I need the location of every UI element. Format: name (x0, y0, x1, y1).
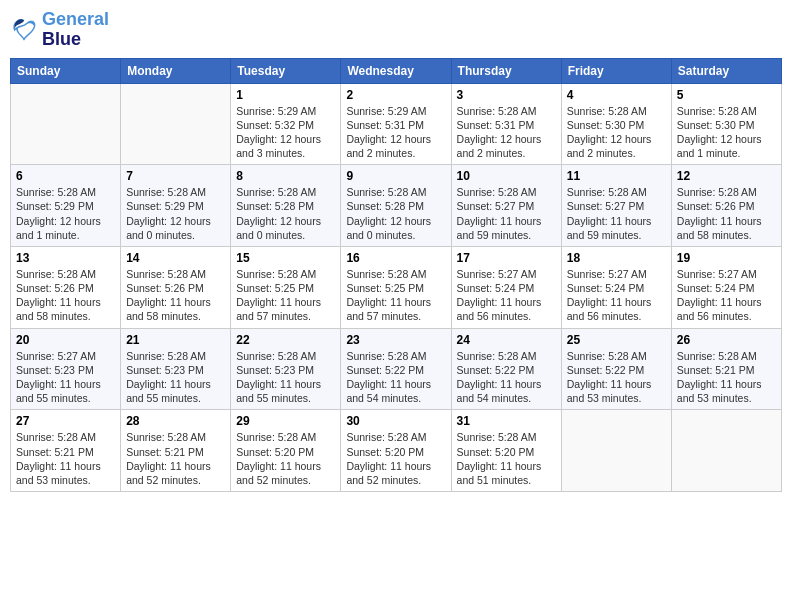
day-info: Sunrise: 5:27 AM Sunset: 5:24 PM Dayligh… (457, 267, 556, 324)
calendar-cell: 23Sunrise: 5:28 AM Sunset: 5:22 PM Dayli… (341, 328, 451, 410)
column-header-sunday: Sunday (11, 58, 121, 83)
day-info: Sunrise: 5:28 AM Sunset: 5:21 PM Dayligh… (677, 349, 776, 406)
calendar-week-1: 1Sunrise: 5:29 AM Sunset: 5:32 PM Daylig… (11, 83, 782, 165)
day-number: 1 (236, 88, 335, 102)
day-info: Sunrise: 5:28 AM Sunset: 5:26 PM Dayligh… (16, 267, 115, 324)
day-info: Sunrise: 5:28 AM Sunset: 5:20 PM Dayligh… (236, 430, 335, 487)
calendar-cell (561, 410, 671, 492)
calendar-cell: 7Sunrise: 5:28 AM Sunset: 5:29 PM Daylig… (121, 165, 231, 247)
day-info: Sunrise: 5:28 AM Sunset: 5:26 PM Dayligh… (677, 185, 776, 242)
day-info: Sunrise: 5:29 AM Sunset: 5:32 PM Dayligh… (236, 104, 335, 161)
day-info: Sunrise: 5:28 AM Sunset: 5:31 PM Dayligh… (457, 104, 556, 161)
calendar-cell: 1Sunrise: 5:29 AM Sunset: 5:32 PM Daylig… (231, 83, 341, 165)
day-number: 21 (126, 333, 225, 347)
column-header-thursday: Thursday (451, 58, 561, 83)
calendar-cell: 31Sunrise: 5:28 AM Sunset: 5:20 PM Dayli… (451, 410, 561, 492)
day-number: 24 (457, 333, 556, 347)
calendar-week-3: 13Sunrise: 5:28 AM Sunset: 5:26 PM Dayli… (11, 246, 782, 328)
day-number: 22 (236, 333, 335, 347)
calendar-cell: 14Sunrise: 5:28 AM Sunset: 5:26 PM Dayli… (121, 246, 231, 328)
column-header-friday: Friday (561, 58, 671, 83)
column-header-monday: Monday (121, 58, 231, 83)
day-number: 28 (126, 414, 225, 428)
day-info: Sunrise: 5:28 AM Sunset: 5:22 PM Dayligh… (346, 349, 445, 406)
calendar-cell: 28Sunrise: 5:28 AM Sunset: 5:21 PM Dayli… (121, 410, 231, 492)
day-number: 10 (457, 169, 556, 183)
day-info: Sunrise: 5:28 AM Sunset: 5:25 PM Dayligh… (346, 267, 445, 324)
day-info: Sunrise: 5:28 AM Sunset: 5:29 PM Dayligh… (16, 185, 115, 242)
calendar-cell: 10Sunrise: 5:28 AM Sunset: 5:27 PM Dayli… (451, 165, 561, 247)
calendar-cell: 12Sunrise: 5:28 AM Sunset: 5:26 PM Dayli… (671, 165, 781, 247)
day-info: Sunrise: 5:28 AM Sunset: 5:27 PM Dayligh… (567, 185, 666, 242)
day-info: Sunrise: 5:28 AM Sunset: 5:30 PM Dayligh… (677, 104, 776, 161)
day-info: Sunrise: 5:28 AM Sunset: 5:30 PM Dayligh… (567, 104, 666, 161)
day-number: 25 (567, 333, 666, 347)
day-info: Sunrise: 5:28 AM Sunset: 5:21 PM Dayligh… (16, 430, 115, 487)
day-info: Sunrise: 5:27 AM Sunset: 5:24 PM Dayligh… (677, 267, 776, 324)
day-number: 4 (567, 88, 666, 102)
column-header-saturday: Saturday (671, 58, 781, 83)
page-header: General Blue (10, 10, 782, 50)
day-info: Sunrise: 5:28 AM Sunset: 5:22 PM Dayligh… (567, 349, 666, 406)
calendar-cell: 19Sunrise: 5:27 AM Sunset: 5:24 PM Dayli… (671, 246, 781, 328)
day-number: 15 (236, 251, 335, 265)
calendar-cell: 13Sunrise: 5:28 AM Sunset: 5:26 PM Dayli… (11, 246, 121, 328)
calendar-cell: 22Sunrise: 5:28 AM Sunset: 5:23 PM Dayli… (231, 328, 341, 410)
day-info: Sunrise: 5:28 AM Sunset: 5:23 PM Dayligh… (126, 349, 225, 406)
calendar-cell: 6Sunrise: 5:28 AM Sunset: 5:29 PM Daylig… (11, 165, 121, 247)
day-number: 5 (677, 88, 776, 102)
day-info: Sunrise: 5:28 AM Sunset: 5:27 PM Dayligh… (457, 185, 556, 242)
day-number: 16 (346, 251, 445, 265)
day-number: 12 (677, 169, 776, 183)
calendar-cell: 8Sunrise: 5:28 AM Sunset: 5:28 PM Daylig… (231, 165, 341, 247)
calendar-header-row: SundayMondayTuesdayWednesdayThursdayFrid… (11, 58, 782, 83)
calendar-cell: 20Sunrise: 5:27 AM Sunset: 5:23 PM Dayli… (11, 328, 121, 410)
calendar-cell (671, 410, 781, 492)
calendar-cell: 5Sunrise: 5:28 AM Sunset: 5:30 PM Daylig… (671, 83, 781, 165)
calendar-week-2: 6Sunrise: 5:28 AM Sunset: 5:29 PM Daylig… (11, 165, 782, 247)
day-info: Sunrise: 5:28 AM Sunset: 5:23 PM Dayligh… (236, 349, 335, 406)
day-info: Sunrise: 5:29 AM Sunset: 5:31 PM Dayligh… (346, 104, 445, 161)
calendar-cell (121, 83, 231, 165)
column-header-tuesday: Tuesday (231, 58, 341, 83)
day-number: 8 (236, 169, 335, 183)
calendar-cell: 27Sunrise: 5:28 AM Sunset: 5:21 PM Dayli… (11, 410, 121, 492)
day-info: Sunrise: 5:28 AM Sunset: 5:21 PM Dayligh… (126, 430, 225, 487)
calendar-week-4: 20Sunrise: 5:27 AM Sunset: 5:23 PM Dayli… (11, 328, 782, 410)
day-info: Sunrise: 5:28 AM Sunset: 5:22 PM Dayligh… (457, 349, 556, 406)
day-number: 30 (346, 414, 445, 428)
day-number: 27 (16, 414, 115, 428)
day-number: 23 (346, 333, 445, 347)
calendar-cell: 25Sunrise: 5:28 AM Sunset: 5:22 PM Dayli… (561, 328, 671, 410)
day-number: 11 (567, 169, 666, 183)
day-info: Sunrise: 5:28 AM Sunset: 5:20 PM Dayligh… (457, 430, 556, 487)
day-info: Sunrise: 5:28 AM Sunset: 5:25 PM Dayligh… (236, 267, 335, 324)
calendar-cell: 16Sunrise: 5:28 AM Sunset: 5:25 PM Dayli… (341, 246, 451, 328)
day-info: Sunrise: 5:27 AM Sunset: 5:23 PM Dayligh… (16, 349, 115, 406)
day-number: 17 (457, 251, 556, 265)
calendar-cell (11, 83, 121, 165)
calendar-cell: 24Sunrise: 5:28 AM Sunset: 5:22 PM Dayli… (451, 328, 561, 410)
logo: General Blue (10, 10, 109, 50)
calendar-cell: 17Sunrise: 5:27 AM Sunset: 5:24 PM Dayli… (451, 246, 561, 328)
logo-text: General Blue (42, 10, 109, 50)
day-number: 31 (457, 414, 556, 428)
day-number: 26 (677, 333, 776, 347)
day-number: 19 (677, 251, 776, 265)
calendar-cell: 29Sunrise: 5:28 AM Sunset: 5:20 PM Dayli… (231, 410, 341, 492)
calendar-cell: 9Sunrise: 5:28 AM Sunset: 5:28 PM Daylig… (341, 165, 451, 247)
day-number: 29 (236, 414, 335, 428)
calendar-table: SundayMondayTuesdayWednesdayThursdayFrid… (10, 58, 782, 492)
day-number: 18 (567, 251, 666, 265)
logo-icon (10, 16, 38, 44)
day-info: Sunrise: 5:27 AM Sunset: 5:24 PM Dayligh… (567, 267, 666, 324)
day-number: 3 (457, 88, 556, 102)
calendar-cell: 4Sunrise: 5:28 AM Sunset: 5:30 PM Daylig… (561, 83, 671, 165)
day-number: 20 (16, 333, 115, 347)
day-number: 6 (16, 169, 115, 183)
column-header-wednesday: Wednesday (341, 58, 451, 83)
calendar-cell: 21Sunrise: 5:28 AM Sunset: 5:23 PM Dayli… (121, 328, 231, 410)
calendar-cell: 18Sunrise: 5:27 AM Sunset: 5:24 PM Dayli… (561, 246, 671, 328)
calendar-cell: 15Sunrise: 5:28 AM Sunset: 5:25 PM Dayli… (231, 246, 341, 328)
calendar-cell: 2Sunrise: 5:29 AM Sunset: 5:31 PM Daylig… (341, 83, 451, 165)
